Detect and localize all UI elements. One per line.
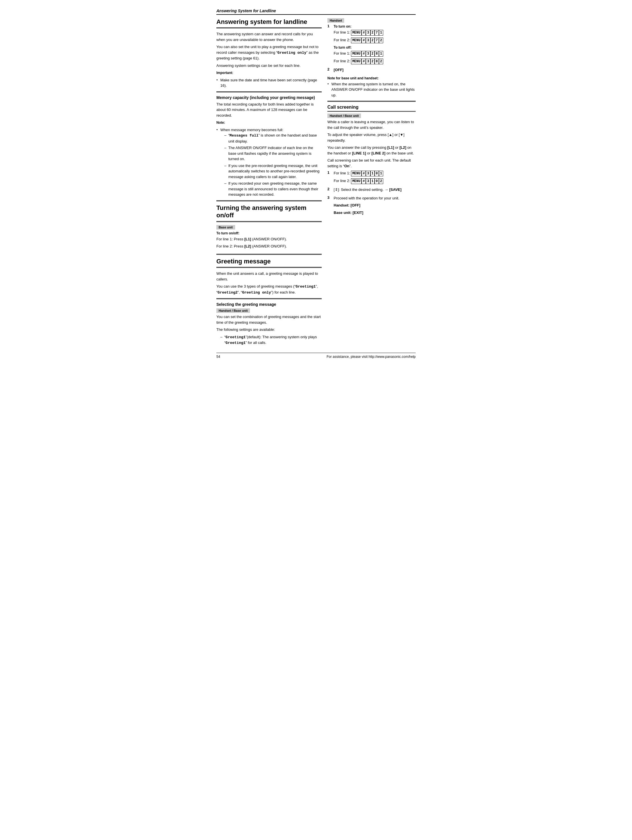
cs-step1-line1: For line 1: MENU#3101 [334, 171, 416, 176]
selecting-title: Selecting the greeting message [216, 302, 322, 306]
divider-4 [216, 298, 322, 299]
greeting-intro-1: When the unit answers a call, a greeting… [216, 271, 322, 282]
base-unit-badge: Base unit [216, 225, 235, 229]
handset-base-badge: Handset / Base unit [327, 114, 361, 118]
cs-step2-text: [⇕]: Select the desired setting. → [SAVE… [334, 187, 416, 193]
memory-title: Memory capacity (including your greeting… [216, 95, 322, 100]
note-item-1: When message memory becomes full: “Messa… [216, 127, 322, 197]
turn-on-2: For line 2: Press [L2] (ANSWER ON/OFF). [216, 243, 322, 249]
turning-title: Turning the answering system on/off [216, 204, 322, 222]
selecting-text-2: The following settings are available: [216, 327, 322, 333]
intro-p3: Answering system settings can be set for… [216, 63, 322, 69]
cs-text-3: You can answer the call by pressing [L1]… [327, 145, 416, 156]
step2-label: [OFF] [334, 67, 416, 73]
cs-text-2: To adjust the speaker volume, press [▲] … [327, 132, 416, 143]
cs-step-2: 2 [⇕]: Select the desired setting. → [SA… [327, 187, 416, 194]
page-header-title: Answering System for Landline [216, 8, 276, 13]
handset-badge: Handset [327, 18, 344, 23]
handset-base-badge-wrap: Handset / Base unit [327, 114, 416, 119]
step1-line2: For line 2: MENU#3272 [334, 37, 416, 43]
page-footer: 54 For assistance, please visit http://w… [216, 353, 416, 359]
note-base-label: Note for base unit and handset: [327, 76, 416, 81]
greeting-title: Greeting message [216, 258, 322, 268]
important-item: Make sure the date and time have been se… [216, 77, 322, 88]
important-list: Make sure the date and time have been se… [216, 77, 322, 88]
memory-text: The total recording capacity for both li… [216, 101, 322, 118]
note-base-list: When the answering system is turned on, … [327, 81, 416, 98]
step1-off-line1: For line 1: MENU#3281 [334, 51, 416, 57]
call-screening-title: Call screening [327, 105, 416, 112]
note-dash-2: The ANSWER ON/OFF indicator of each line… [224, 145, 322, 162]
selecting-dash-1: “Greeting1”(default): The answering syst… [220, 334, 322, 346]
step-2: 2 [OFF] [327, 67, 416, 74]
note-dash-list: “Messages full” is shown on the handset … [220, 133, 322, 197]
note-list: When message memory becomes full: “Messa… [216, 127, 322, 197]
right-column: Handset 1 To turn on: For line 1: MENU#3… [327, 18, 416, 347]
divider-1 [216, 91, 322, 92]
left-column: Answering system for landline The answer… [216, 18, 322, 347]
note-dash-3: If you use the pre-recorded greeting mes… [224, 163, 322, 180]
note-dash-1: “Messages full” is shown on the handset … [224, 133, 322, 144]
handset-badge-wrap: Handset [327, 18, 416, 24]
cs-text-4: Call screening can be set for each unit.… [327, 158, 416, 169]
important-label: Important: [216, 70, 322, 76]
base-unit-badge-wrap: Base unit [216, 225, 322, 231]
assistance-text: For assistance, please visit http://www.… [326, 355, 416, 359]
turn-on-label: To turn on: [334, 24, 416, 29]
cs-step-1: 1 For line 1: MENU#3101 For line 2: MENU… [327, 171, 416, 186]
note-dash-4: If you recorded your own greeting messag… [224, 181, 322, 197]
intro-p1: The answering system can answer and reco… [216, 31, 322, 43]
turn-on-off-label: To turn on/off: [216, 231, 322, 236]
cs-step3-text: Proceed with the operation for your unit… [334, 196, 416, 201]
main-title: Answering system for landline [216, 18, 322, 28]
note-base-item: When the answering system is turned on, … [327, 81, 416, 98]
cs-step3-handset: Handset: [OFF] [334, 202, 416, 208]
page-header: Answering System for Landline [216, 8, 416, 15]
selecting-text-1: You can set the combination of greeting … [216, 314, 322, 325]
divider-2 [216, 200, 322, 201]
selecting-badge-wrap: Handset / Base unit [216, 308, 322, 314]
turn-on-1: For line 1: Press [L1] (ANSWER ON/OFF). [216, 236, 322, 242]
step1-off-line2: For line 2: MENU#3282 [334, 58, 416, 64]
turn-off-label: To turn off: [334, 45, 416, 50]
selecting-handset-base-badge: Handset / Base unit [216, 308, 250, 313]
divider-3 [216, 254, 322, 255]
divider-right-1 [327, 101, 416, 102]
greeting-intro-2: You can use the 3 types of greeting mess… [216, 284, 322, 295]
note-label: Note: [216, 120, 322, 125]
cs-step-3: 3 Proceed with the operation for your un… [327, 196, 416, 217]
page-number: 54 [216, 355, 220, 359]
cs-text-1: While a caller is leaving a message, you… [327, 119, 416, 130]
selecting-list: “Greeting1”(default): The answering syst… [216, 334, 322, 346]
step1-line1: For line 1: MENU#3271 [334, 30, 416, 36]
cs-step1-line2: For line 2: MENU#3102 [334, 178, 416, 184]
intro-p2: You can also set the unit to play a gree… [216, 44, 322, 61]
cs-step3-base: Base unit: [EXIT] [334, 210, 416, 216]
step-1: 1 To turn on: For line 1: MENU#3271 For … [327, 24, 416, 66]
